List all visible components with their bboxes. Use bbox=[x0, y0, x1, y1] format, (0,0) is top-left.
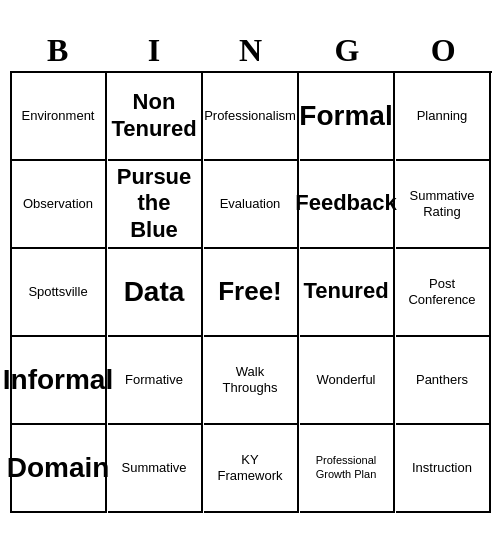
bingo-cell-r3-c0: Informal bbox=[12, 337, 107, 425]
bingo-cell-r4-c2: KY Framework bbox=[204, 425, 299, 513]
bingo-cell-r0-c1: Non Tenured bbox=[108, 73, 203, 161]
bingo-cell-r1-c3: Feedback bbox=[300, 161, 395, 249]
bingo-cell-r0-c3: Formal bbox=[300, 73, 395, 161]
bingo-cell-r4-c1: Summative bbox=[108, 425, 203, 513]
header-letter-n: N bbox=[205, 32, 295, 69]
header-letter-b: B bbox=[13, 32, 103, 69]
bingo-cell-r2-c3: Tenured bbox=[300, 249, 395, 337]
bingo-cell-r1-c2: Evaluation bbox=[204, 161, 299, 249]
bingo-cell-r4-c3: Professional Growth Plan bbox=[300, 425, 395, 513]
bingo-cell-r1-c0: Observation bbox=[12, 161, 107, 249]
bingo-cell-r0-c2: Professionalism bbox=[204, 73, 299, 161]
bingo-cell-r0-c4: Planning bbox=[396, 73, 491, 161]
bingo-cell-r3-c1: Formative bbox=[108, 337, 203, 425]
bingo-header: BINGO bbox=[10, 32, 492, 69]
bingo-cell-r4-c0: Domain bbox=[12, 425, 107, 513]
bingo-cell-r4-c4: Instruction bbox=[396, 425, 491, 513]
bingo-cell-r2-c2: Free! bbox=[204, 249, 299, 337]
bingo-card: BINGO EnvironmentNon TenuredProfessional… bbox=[6, 28, 496, 517]
bingo-cell-r2-c1: Data bbox=[108, 249, 203, 337]
bingo-cell-r3-c4: Panthers bbox=[396, 337, 491, 425]
bingo-grid: EnvironmentNon TenuredProfessionalismFor… bbox=[10, 71, 492, 513]
bingo-cell-r1-c4: Summative Rating bbox=[396, 161, 491, 249]
header-letter-o: O bbox=[398, 32, 488, 69]
header-letter-i: I bbox=[109, 32, 199, 69]
bingo-cell-r2-c4: Post Conference bbox=[396, 249, 491, 337]
bingo-cell-r0-c0: Environment bbox=[12, 73, 107, 161]
bingo-cell-r3-c3: Wonderful bbox=[300, 337, 395, 425]
bingo-cell-r3-c2: Walk Throughs bbox=[204, 337, 299, 425]
bingo-cell-r1-c1: Pursue the Blue bbox=[108, 161, 203, 249]
header-letter-g: G bbox=[302, 32, 392, 69]
bingo-cell-r2-c0: Spottsville bbox=[12, 249, 107, 337]
